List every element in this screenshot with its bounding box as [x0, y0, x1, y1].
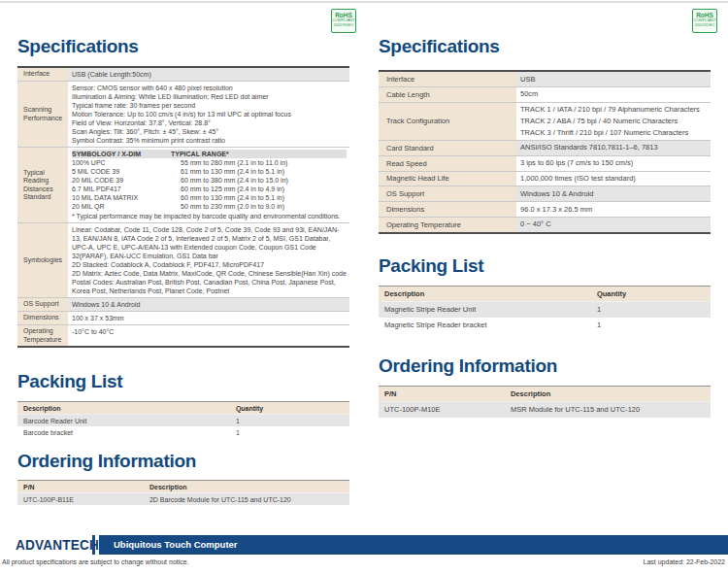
spec-line: Sensor: CMOS sensor with 640 x 480 pixel… — [72, 84, 347, 92]
advantech-logo: ADVANTECH — [16, 537, 99, 553]
footer-last-updated: Last updated: 22-Feb-2022 — [644, 558, 725, 565]
table-cell: Barcode Reader Unit — [17, 415, 230, 426]
typical-range: 55 mm to 280 mm (2.1 in to 11.0 in) — [171, 158, 287, 167]
spec-value: Windows 10 & Android — [68, 298, 349, 311]
spec-value: SYMBOLOGY / X-DIMTYPICAL RANGE*100% UPC5… — [68, 148, 349, 222]
spec-line: Windows 10 & Android — [72, 300, 347, 309]
spec-row: Card StandardANSI/ISO Standards 7810,781… — [379, 141, 711, 156]
packing-list-table: DescriptionQuantityBarcode Reader Unit1B… — [17, 401, 349, 438]
section-title-ordering-information: Ordering Information — [17, 451, 349, 472]
spec-line: -10°C to 40°C — [72, 327, 347, 336]
footer-disclaimer: All product specifications are subject t… — [2, 558, 189, 565]
spec-label: Operating Temperature — [17, 325, 68, 346]
table-header-row: DescriptionQuantity — [17, 402, 349, 415]
spec-line: Windows 10 & Android — [520, 188, 708, 200]
table-cell: 1 — [230, 426, 349, 438]
spec-label: Dimensions — [17, 312, 68, 324]
spec-line: TRACK 2 / ABA / 75 bpi / 40 Numeric Char… — [520, 116, 708, 127]
typical-range: 61 mm to 130 mm (2.4 in to 5.1 in) — [171, 167, 284, 176]
spec-label: Magnetic Head Life — [379, 172, 516, 186]
rohs-badge: RoHS COMPLIANT 2002/95/EC — [331, 9, 356, 33]
table-cell: 1 — [591, 302, 711, 317]
rohs-badge: RoHS COMPLIANT 2002/95/EC — [692, 9, 717, 33]
table-cell: UTC-100P-M10E — [379, 402, 505, 417]
spec-value: ANSI/ISO Standards 7810,7811-1–6, 7813 — [516, 141, 711, 155]
typical-range: 60 mm to 380 mm (2.4 in to 15.0 in) — [171, 176, 288, 185]
table-row: Barcode bracket1 — [17, 426, 349, 438]
table-cell: Barcode bracket — [17, 426, 230, 438]
reading-distance-row: 5 MIL CODE 3961 mm to 130 mm (2.4 in to … — [72, 167, 347, 176]
table-header-row: DescriptionQuantity — [379, 287, 711, 302]
spec-line: 2D Stacked: Codablock A, Codablock F, PD… — [72, 260, 347, 269]
spec-label: Operating Temperature — [379, 218, 516, 232]
spec-line: Field of View: Horizontal: 37.8°, Vertic… — [72, 118, 347, 127]
column-header: P/N — [379, 387, 505, 401]
spec-line: 2D Matrix: Aztec Code, Data Matrix, Maxi… — [72, 269, 347, 278]
section-title-specifications: Specifications — [17, 36, 349, 57]
column-header: Quantity — [230, 402, 349, 414]
spec-line: ANSI/ISO Standards 7810,7811-1–6, 7813 — [520, 142, 708, 153]
column-header: Description — [379, 287, 591, 301]
table-cell: MSR Module for UTC-115 and UTC-120 — [505, 402, 711, 417]
spec-label: Read Speed — [379, 156, 516, 171]
sub-col1-header: SYMBOLOGY / X-DIM — [72, 150, 171, 158]
table-row: Barcode Reader Unit1 — [17, 415, 349, 426]
spec-line: Typical frame rate: 30 frames per second — [72, 101, 347, 110]
spec-row: Dimensions100 x 37 x 53mm — [17, 312, 349, 325]
spec-label: Card Standard — [379, 141, 516, 155]
rohs-badge-directive: 2002/95/EC — [693, 23, 716, 28]
spec-line: USB — [520, 74, 708, 85]
table-cell: Magnetic Stripe Reader bracket — [379, 318, 591, 332]
spec-row: Cable Length50cm — [379, 87, 711, 103]
symbology-name: 5 MIL CODE 39 — [72, 167, 171, 176]
spec-line: 1,000,000 times (ISO test standard) — [520, 173, 708, 185]
spec-label: Symbologies — [17, 223, 68, 297]
symbology-name: 20 MIL CODE 39 — [72, 176, 171, 185]
reading-distance-row: 100% UPC55 mm to 280 mm (2.1 in to 11.0 … — [72, 158, 347, 167]
column-header: Description — [17, 402, 230, 414]
table-cell: 1 — [230, 415, 349, 426]
spec-line: 3 ips to 60 ips (7 cm/s to 150 cm/s) — [520, 157, 708, 169]
column-barcode-module: RoHS COMPLIANT 2002/95/EC Specifications… — [17, 0, 349, 505]
spec-label: Interface — [379, 72, 516, 86]
table-cell: Magnetic Stripe Reader Unit — [379, 302, 591, 317]
spec-value: TRACK 1 / IATA / 210 bpi / 79 Alphanumer… — [516, 103, 711, 140]
spec-value: USB — [516, 72, 711, 86]
spec-value: 3 ips to 60 ips (7 cm/s to 150 cm/s) — [516, 156, 711, 171]
spec-table-msr: InterfaceUSBCable Length50cmTrack Config… — [379, 70, 711, 234]
spec-line: TRACK 3 / Thrift / 210 bpi / 107 Numeric… — [520, 127, 708, 139]
table-row: UTC-100P-B11E2D Barcode Module for UTC-1… — [17, 493, 349, 505]
symbology-name: 20 MIL QR — [72, 202, 171, 211]
column-header: Description — [144, 481, 349, 492]
section-title-packing-list: Packing List — [379, 255, 711, 277]
spec-row: Scanning PerformanceSensor: CMOS sensor … — [17, 82, 349, 148]
spec-line: Motion Tolerance: Up to 100 cm/s (4 in/s… — [72, 110, 347, 118]
section-title-ordering-information: Ordering Information — [379, 355, 711, 377]
rohs-badge-directive: 2002/95/EC — [332, 23, 355, 28]
spec-label: OS Support — [379, 186, 516, 201]
spec-table-barcode: InterfaceUSB (Cable Length:50cm)Scanning… — [17, 66, 349, 348]
table-row: Magnetic Stripe Reader bracket1 — [379, 318, 711, 332]
typical-range: 50 mm to 230 mm (2.0 in to 9.0 in) — [171, 202, 284, 211]
spec-row: Magnetic Head Life1,000,000 times (ISO t… — [379, 172, 711, 187]
spec-line: 100 x 37 x 53mm — [72, 314, 347, 322]
spec-row: Typical Reading Distances StandardSYMBOL… — [17, 148, 349, 223]
spec-line: 96.0 x 17.3 x 26.5 mm — [520, 204, 708, 216]
spec-label: Typical Reading Distances Standard — [17, 148, 68, 222]
column-header: Description — [505, 387, 711, 401]
spec-row: SymbologiesLinear: Codabar, Code 11, Cod… — [17, 223, 349, 298]
spec-value: 100 x 37 x 53mm — [68, 312, 349, 324]
spec-line: USB (Cable Length:50cm) — [72, 70, 347, 79]
spec-label: OS Support — [17, 298, 68, 311]
spec-value: USB (Cable Length:50cm) — [68, 68, 349, 81]
table-row: Magnetic Stripe Reader Unit1 — [379, 302, 711, 317]
spec-value: Linear: Codabar, Code 11, Code 128, Code… — [68, 223, 349, 297]
packing-list-table: DescriptionQuantityMagnetic Stripe Reade… — [379, 286, 711, 332]
spec-value: 1,000,000 times (ISO test standard) — [516, 172, 711, 186]
footer-banner: Ubiquitous Touch Computer — [99, 535, 728, 555]
spec-value: 50cm — [516, 87, 711, 102]
spec-line: Illumination & Aiming: White LED illumin… — [72, 92, 347, 101]
table-header-row: P/NDescription — [17, 481, 349, 493]
sub-table-header: SYMBOLOGY / X-DIMTYPICAL RANGE* — [72, 150, 347, 158]
sub-table-footnote: * Typical performance may be impacted by… — [72, 212, 347, 220]
